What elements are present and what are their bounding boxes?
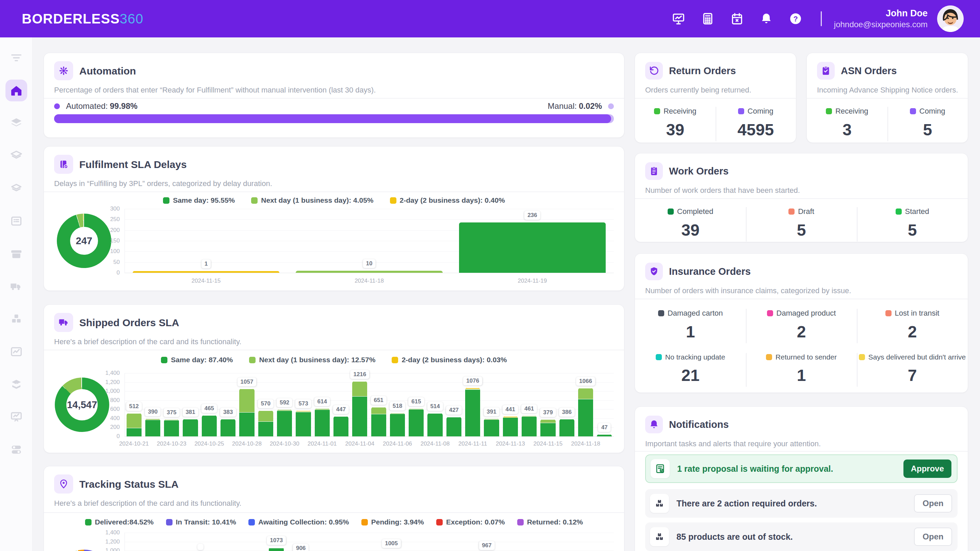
stat-label: Says delivered but didn't arrive: [859, 353, 966, 361]
bar-segment: [390, 414, 405, 437]
bar-value-label: 427: [446, 406, 462, 414]
shipped-legend-item[interactable]: 2-day (2 business days): 0.03%: [392, 356, 507, 364]
sidebar-item-layers-stack[interactable]: [5, 178, 27, 199]
sidebar-item-clipboard-list[interactable]: [5, 210, 27, 232]
sidebar-item-truck[interactable]: [5, 275, 27, 297]
stat-label-text: Coming: [748, 107, 773, 116]
legend-label: Next day (1 business day): 4.05%: [261, 196, 373, 205]
work-orders-stats: Completed39Draft5Started5: [635, 207, 968, 240]
bar-value-label: 570: [258, 399, 274, 408]
insurance-stat: Says delivered but didn't arrive7: [857, 353, 968, 385]
sidebar-item-toggles[interactable]: [5, 439, 27, 460]
shipped-bar: [522, 416, 537, 437]
sidebar-item-presentation-board[interactable]: [5, 406, 27, 428]
avatar-face-icon: [937, 5, 964, 32]
shipped-bar: [540, 419, 555, 437]
gridline: [124, 418, 614, 419]
tracking-subtitle: Here's a brief description of the card a…: [54, 499, 241, 508]
bar-segment: [559, 419, 574, 437]
bar-value-label: 386: [559, 408, 575, 417]
bar-value-label: 47: [598, 423, 611, 432]
sidebar-item-layers-outline[interactable]: [5, 145, 27, 167]
insurance-stat: Damaged carton1: [635, 309, 746, 341]
divider: [44, 349, 624, 350]
stat-dot-icon: [788, 208, 795, 214]
bar-segment: [127, 413, 142, 428]
bar-segment: [183, 419, 198, 437]
bell-icon[interactable]: [759, 12, 773, 25]
shipped-orders-card: Shipped Orders SLA Here's a brief descri…: [43, 305, 624, 453]
insurance-stats-row-2: No tracking update21Returned to sender1S…: [635, 353, 968, 385]
bar-segment: [503, 417, 518, 437]
fulfilment-legend-item[interactable]: 2-day (2 business days): 0.40%: [390, 196, 505, 205]
shipped-bar-chart: 1,4001,2001,00080060040020005122024-10-2…: [124, 373, 614, 437]
help-icon[interactable]: ?: [789, 12, 802, 25]
tracking-legend-item[interactable]: Awaiting Collection: 0.95%: [248, 518, 349, 526]
automated-label: Automated:: [66, 102, 108, 111]
tracking-legend-item[interactable]: Exception: 0.07%: [436, 518, 505, 526]
boxes-icon: [650, 494, 669, 513]
bar-value-label: 236: [524, 211, 540, 220]
tracking-legend-item[interactable]: Returned: 0.12%: [517, 518, 583, 526]
sidebar-item-stack-bolt[interactable]: [5, 373, 27, 395]
bar-segment: [127, 428, 142, 437]
sidebar-item-pallet-boxes[interactable]: [5, 308, 27, 330]
bar-segment: [447, 417, 461, 437]
x-axis-tick: 2024-10-23: [157, 440, 186, 447]
approve-button[interactable]: Approve: [904, 459, 951, 478]
sidebar-item-archive-box[interactable]: [5, 243, 27, 265]
header-icon-group: ?: [672, 12, 802, 25]
open-button[interactable]: Open: [914, 494, 952, 513]
user-info[interactable]: John Doe johndoe@sixpeonies.com: [834, 8, 928, 30]
calendar-icon[interactable]: [730, 12, 744, 25]
asn-orders-card: ASN Orders Incoming Advance Shipping Not…: [807, 53, 968, 143]
legend-label: Returned: 0.12%: [527, 518, 583, 526]
tracking-legend-item[interactable]: Pending: 3.94%: [361, 518, 424, 526]
shipped-legend-item[interactable]: Next day (1 business day): 12.57%: [249, 356, 375, 364]
shipped-subtitle: Here's a brief description of the card a…: [54, 337, 241, 346]
calculator-icon[interactable]: [701, 12, 714, 25]
sidebar-item-layers[interactable]: [5, 112, 27, 134]
stat-value: 5: [923, 121, 932, 139]
shipped-legend-item[interactable]: Same day: 87.40%: [161, 356, 233, 364]
x-axis-tick: 2024-10-30: [270, 440, 299, 447]
y-axis-tick: 200: [110, 424, 120, 430]
sidebar-item-filter[interactable]: [5, 47, 27, 69]
stat-label-text: Coming: [920, 107, 945, 116]
bar-value-label: 379: [540, 408, 556, 417]
sidebar-item-chart-image[interactable]: [5, 341, 27, 362]
asn-orders-subtitle: Incoming Advance Shipping Notice orders.: [817, 86, 958, 95]
stat-label-text: Started: [905, 207, 929, 216]
app-logo[interactable]: BORDERLESS360: [22, 11, 143, 27]
presentation-chart-icon[interactable]: [672, 12, 685, 25]
manual-dot-icon: [608, 103, 614, 109]
bar-value-label: 1: [202, 259, 211, 268]
sidebar-item-home[interactable]: [5, 79, 27, 102]
legend-label: Same day: 95.55%: [173, 196, 235, 205]
fulfilment-legend-item[interactable]: Same day: 95.55%: [163, 196, 235, 205]
bar-segment: [277, 411, 292, 437]
tracking-legend-item[interactable]: Delivered:84.52%: [85, 518, 154, 526]
notification-text: 1 rate proposal is waiting for approval.: [677, 464, 896, 474]
shipped-bar: [409, 408, 424, 437]
y-axis-tick: 1,200: [105, 379, 120, 386]
return-orders-subtitle: Orders currently being returned.: [645, 86, 751, 95]
stat-value: 1: [686, 322, 695, 341]
open-button[interactable]: Open: [914, 527, 952, 546]
sidebar: [0, 37, 33, 551]
tracking-legend-item[interactable]: In Transit: 10.41%: [166, 518, 236, 526]
truck-icon: [54, 313, 73, 332]
svg-text:?: ?: [793, 14, 798, 23]
gridline: [124, 209, 614, 209]
fulfilment-donut-chart: 247: [57, 214, 111, 268]
bar-segment: [258, 411, 273, 421]
asn-orders-title: ASN Orders: [841, 65, 897, 76]
shipped-bar: [145, 419, 160, 437]
x-axis-tick: 2024-11-11: [458, 440, 487, 447]
fulfilment-legend-item[interactable]: Next day (1 business day): 4.05%: [251, 196, 373, 205]
bar-segment: [202, 415, 217, 437]
y-axis-tick: 0: [117, 269, 120, 276]
avatar[interactable]: [937, 5, 964, 32]
stat-value: 21: [681, 366, 699, 385]
bar-segment: [578, 388, 593, 399]
